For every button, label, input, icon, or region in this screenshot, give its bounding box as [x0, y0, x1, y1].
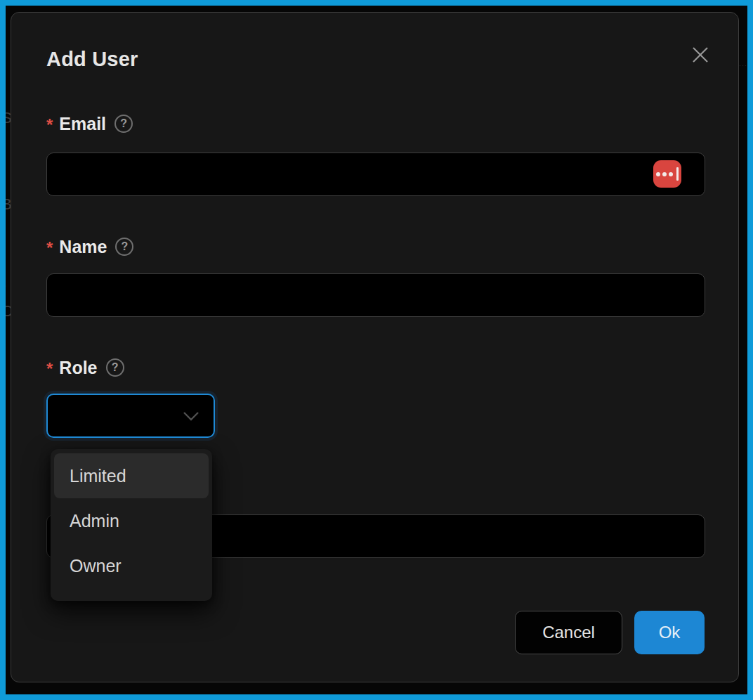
email-field-wrap	[46, 153, 705, 196]
role-dropdown-menu: Limited Admin Owner	[51, 449, 212, 601]
password-manager-icon[interactable]	[653, 160, 681, 188]
caret	[676, 167, 679, 181]
required-marker: *	[46, 117, 53, 134]
required-marker: *	[46, 240, 53, 257]
dot	[662, 172, 667, 176]
email-label-row: * Email ?	[46, 113, 133, 134]
dropdown-option-limited[interactable]: Limited	[54, 453, 209, 498]
name-label-row: * Name ?	[46, 236, 133, 257]
role-label: Role	[59, 358, 97, 378]
role-select[interactable]	[46, 394, 215, 438]
help-icon[interactable]: ?	[114, 115, 133, 133]
add-user-modal: Add User * Email ? * Name ?	[11, 12, 739, 682]
email-label: Email	[59, 114, 106, 134]
dot	[656, 172, 660, 176]
help-icon[interactable]: ?	[106, 358, 124, 377]
modal-footer: Cancel Ok	[515, 611, 705, 654]
dropdown-option-admin[interactable]: Admin	[54, 498, 209, 543]
name-field-wrap	[46, 273, 705, 317]
cancel-button[interactable]: Cancel	[515, 611, 622, 654]
ok-button[interactable]: Ok	[634, 611, 705, 654]
email-input[interactable]	[46, 153, 705, 196]
role-label-row: * Role ?	[46, 357, 124, 378]
name-input[interactable]	[46, 273, 705, 317]
close-button[interactable]	[688, 42, 713, 67]
chevron-down-icon	[183, 411, 199, 421]
background-text-fragment: t	[1, 273, 6, 291]
help-icon[interactable]: ?	[115, 238, 133, 256]
screen: S B t C ······· Add User * Email ?	[0, 0, 753, 700]
name-label: Name	[59, 237, 107, 257]
close-icon	[690, 45, 710, 65]
required-marker: *	[46, 361, 53, 377]
dropdown-option-owner[interactable]: Owner	[54, 543, 209, 588]
modal-title: Add User	[46, 48, 138, 71]
dot	[669, 172, 673, 176]
